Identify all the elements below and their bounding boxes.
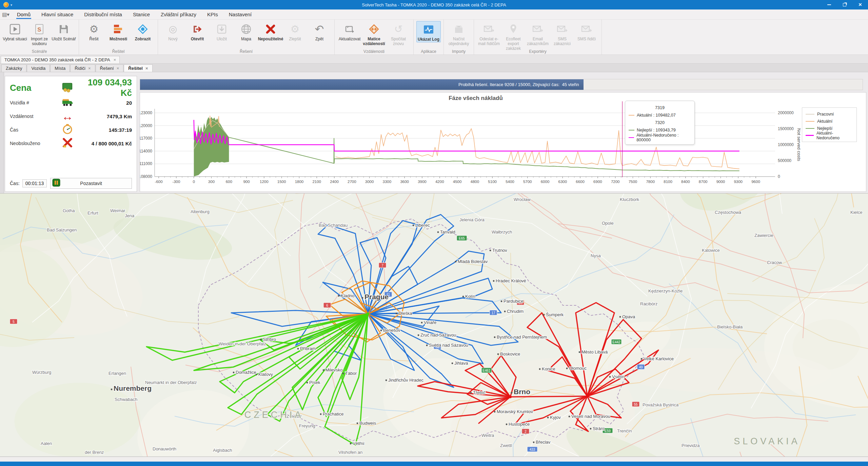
tab-close-icon[interactable]: ×	[145, 66, 148, 71]
menu-tab-distribu-n-m-sta[interactable]: Distribuční místa	[79, 9, 127, 19]
stat-label: Vzdálenost	[10, 114, 57, 119]
ribbon-button-nepoužitelné[interactable]: Nepoužitelné	[258, 21, 283, 42]
close-button[interactable]: ×	[852, 0, 868, 9]
map-city-label: Moravský Krumlov	[494, 409, 533, 414]
tooltip-row: 7320	[629, 119, 691, 126]
svg-text:Olomouc: Olomouc	[569, 366, 587, 371]
ribbon-button-label: Import ze souboru	[27, 37, 52, 46]
svg-text:Erlangen: Erlangen	[108, 371, 126, 376]
document-tab-bar: TOMKA 2020 - DEMO 350 zakázek celá ČR - …	[0, 55, 868, 64]
ribbon-button-otevřít[interactable]: Otevřít	[185, 21, 210, 42]
svg-text:Město Libavá: Město Libavá	[581, 349, 608, 354]
svg-text:7200: 7200	[611, 180, 620, 184]
svg-text:900: 900	[243, 180, 250, 184]
map-city-label: Trenčín	[617, 428, 632, 433]
ribbon-button-nový: ◎Nový	[161, 21, 185, 42]
route-map[interactable]: 7635525511173843349E461E442E59E65PragueB…	[0, 193, 868, 457]
tab-close-icon[interactable]: ×	[88, 66, 91, 71]
menu-tab-hlavn-situace[interactable]: Hlavní situace	[36, 9, 79, 19]
svg-text:Erfurt: Erfurt	[87, 210, 98, 216]
ribbon-button-zpět[interactable]: ↶Zpět	[307, 21, 332, 42]
svg-text:Kyjov: Kyjov	[550, 415, 561, 420]
svg-text:Nuremberg: Nuremberg	[114, 384, 152, 392]
road-shield: E461	[481, 368, 492, 373]
menu-tab-kpis[interactable]: KPIs	[202, 9, 223, 19]
view-tab-zakázky[interactable]: Zakázky	[1, 64, 26, 72]
menu-tab-stanice[interactable]: Stanice	[127, 9, 155, 19]
svg-text:2100: 2100	[312, 180, 321, 184]
map-city-label: Velké Karlovice	[641, 356, 674, 361]
ribbon-button-zobrazit[interactable]: Zobrazit	[131, 21, 155, 42]
svg-text:5400: 5400	[506, 180, 514, 184]
ribbon-button-zlepšit: ⚙Zlepšit	[283, 21, 307, 42]
legend-item: Aktuální	[806, 118, 853, 125]
map-city-label: Jindřichův Hradec	[386, 378, 424, 383]
ribbon-button-matice-vzdáleností[interactable]: Matice vzdáleností	[362, 21, 386, 46]
svg-text:Jena: Jena	[125, 213, 135, 218]
map-city-label: Erlangen	[108, 371, 126, 376]
unserved-icon	[62, 137, 73, 150]
ribbon-button-možnosti[interactable]: Možnosti	[106, 21, 131, 42]
svg-text:Bad Salzungen: Bad Salzungen	[47, 227, 77, 232]
svg-text:3600: 3600	[400, 180, 409, 184]
map-city-label: Kielce	[850, 210, 862, 215]
stat-label: Vozidla #	[10, 100, 57, 105]
cost-chart-canvas[interactable]: Fáze všech nákladů1080001110001140001170…	[140, 93, 866, 191]
ribbon-button-uložit-scénář[interactable]: Uložit Scénář	[52, 21, 76, 42]
ribbon-button-řešit[interactable]: ⚙Řešit	[82, 21, 106, 42]
view-tab-řešitel[interactable]: Řešitel×	[124, 64, 152, 72]
view-tab-řešení[interactable]: Řešení×	[96, 64, 124, 72]
ribbon-button-ukázat-log[interactable]: Ukázat Log	[416, 21, 441, 42]
stat-row-clock: Čas145:37:19	[10, 123, 132, 137]
pin-icon	[508, 22, 519, 37]
tab-close-icon[interactable]: ×	[117, 66, 119, 71]
svg-text:Würzburg: Würzburg	[32, 370, 51, 375]
svg-text:Písek: Písek	[309, 380, 320, 385]
distance-icon: ↔	[62, 110, 73, 123]
ribbon-button-vybrat-situaci[interactable]: Vybrat situaci	[3, 21, 27, 42]
ribbon-button-label: Uložit Scénář	[52, 37, 76, 42]
minimize-button[interactable]	[821, 0, 837, 9]
map-city-label: Wrocław	[514, 197, 531, 202]
file-menu-icon[interactable]: ▤▾	[0, 12, 12, 18]
svg-text:Not served costs: Not served costs	[796, 128, 802, 161]
svg-text:-600: -600	[155, 180, 163, 184]
restore-button[interactable]	[837, 0, 852, 9]
map-city-label: Nuremberg	[111, 384, 152, 392]
menu-tab-dom-[interactable]: Domů	[12, 9, 36, 19]
map-city-label: Erfurt	[87, 210, 98, 216]
tab-close-icon[interactable]: ×	[114, 57, 116, 62]
cost-chart-panel[interactable]: Fáze všech nákladů1080001110001140001170…	[140, 92, 866, 192]
svg-text:300: 300	[208, 180, 215, 184]
progress-fill: Probíhá řešení. Iterace 9208 / 15000, Zb…	[140, 79, 584, 90]
svg-text:Weiden in der Oberpfalz: Weiden in der Oberpfalz	[219, 341, 266, 346]
map-city-label: Milevsko	[323, 367, 343, 372]
ribbon-button-email-zákazníkům: Email zákazníkům	[526, 21, 550, 46]
svg-text:0: 0	[778, 174, 780, 179]
undo-icon: ↶	[315, 22, 324, 37]
view-tab-vozidla[interactable]: Vozidla	[27, 64, 50, 72]
ribbon-button-mapa[interactable]: Mapa	[234, 21, 258, 42]
ribbon-button-načíst-objednávky: Načíst objednávky	[447, 21, 471, 46]
pause-button[interactable]: Pozastavit	[50, 178, 132, 189]
log-icon	[423, 22, 434, 37]
ribbon-button-import-ze-souboru[interactable]: SImport ze souboru	[27, 21, 52, 46]
ribbon-button-aktualizovat[interactable]: Aktualizovat	[337, 21, 362, 42]
svg-text:6000: 6000	[541, 180, 550, 184]
view-tab-řidiči[interactable]: Řidiči×	[70, 64, 95, 72]
view-tab-místa[interactable]: Místa	[50, 64, 70, 72]
menu-tab-nastaven-[interactable]: Nastavení	[223, 9, 257, 19]
svg-text:E59: E59	[605, 429, 611, 433]
ribbon-group-name: Řešení	[158, 49, 334, 54]
svg-text:Prague: Prague	[364, 293, 389, 301]
legend-item: Pracovní	[806, 110, 853, 118]
progress-text: Probíhá řešení. Iterace 9208 / 15000, Zb…	[458, 82, 579, 87]
svg-text:9300: 9300	[734, 180, 743, 184]
menu-tab-zvl-tn-p-kazy[interactable]: Zvláštní příkazy	[155, 9, 202, 19]
svg-text:der Brenz: der Brenz	[85, 450, 104, 455]
left-splitter[interactable]	[0, 72, 4, 193]
map-city-label: Racibórz	[640, 301, 657, 306]
map-city-label: Weiden in der Oberpfalz	[219, 341, 266, 346]
document-tab[interactable]: TOMKA 2020 - DEMO 350 zakázek celá ČR - …	[1, 56, 120, 63]
map-city-label: Jihlava	[452, 361, 469, 366]
